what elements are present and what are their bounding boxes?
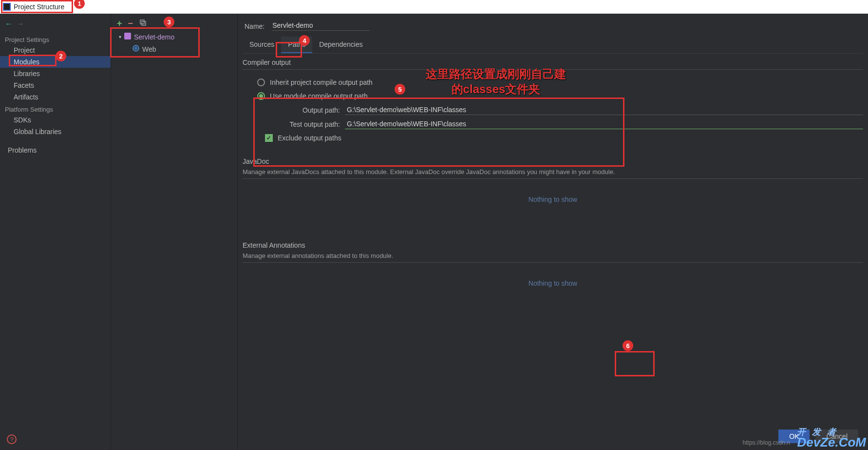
tab-dependencies[interactable]: Dependencies: [312, 37, 370, 53]
nav-libraries[interactable]: Libraries: [0, 68, 111, 79]
output-path-label: Output path:: [272, 106, 340, 114]
divider: [243, 69, 863, 70]
watermark-logo: 开 发 者 DevZe.CoM: [797, 426, 866, 450]
exclude-checkbox[interactable]: ✓: [265, 134, 273, 142]
nav-artifacts[interactable]: Artifacts: [0, 91, 111, 103]
window-title: Project Structure: [14, 3, 64, 11]
nav-global-libraries[interactable]: Global Libraries: [0, 126, 111, 137]
svg-rect-1: [4, 4, 10, 10]
javadoc-nothing: Nothing to show: [243, 196, 863, 203]
module-tree-item[interactable]: ▾ Servlet-demo: [111, 31, 237, 43]
web-icon: [132, 45, 139, 53]
inherit-radio[interactable]: [257, 78, 265, 86]
svg-rect-2: [140, 20, 144, 24]
test-output-path-input[interactable]: G:\Servlet-demo\web\WEB-INF\classes: [345, 119, 863, 129]
back-button[interactable]: ←: [5, 20, 13, 28]
divider: [243, 262, 863, 263]
module-icon: [124, 33, 131, 41]
javadoc-title: JavaDoc: [243, 157, 863, 165]
exclude-checkbox-label: Exclude output paths: [278, 134, 341, 142]
use-module-radio[interactable]: [257, 92, 265, 100]
add-module-button[interactable]: +: [117, 19, 122, 29]
web-label: Web: [142, 45, 156, 53]
help-icon[interactable]: ?: [7, 434, 17, 444]
divider: [243, 178, 863, 179]
module-tree-pane: + − ▾ Servlet-demo Web: [111, 14, 238, 450]
nav-project[interactable]: Project: [0, 44, 111, 56]
svg-rect-4: [124, 33, 131, 39]
nav-problems[interactable]: Problems: [0, 144, 111, 156]
module-label: Servlet-demo: [134, 33, 174, 41]
name-label: Name:: [245, 22, 264, 30]
chevron-down-icon: ▾: [119, 34, 121, 39]
external-nothing: Nothing to show: [243, 279, 863, 287]
compiler-output-title: Compiler output: [243, 59, 863, 66]
use-module-radio-label: Use module compile output path: [270, 92, 368, 100]
tab-sources[interactable]: Sources: [243, 37, 281, 53]
svg-rect-3: [142, 21, 146, 25]
copy-module-button[interactable]: [139, 19, 147, 29]
module-name-input[interactable]: Servlet-demo: [272, 21, 370, 31]
forward-button[interactable]: →: [17, 20, 24, 28]
tab-paths[interactable]: Paths: [281, 37, 312, 53]
project-settings-heading: Project Settings: [0, 33, 111, 44]
left-sidebar: ← → Project Settings Project Modules Lib…: [0, 14, 111, 450]
platform-settings-heading: Platform Settings: [0, 103, 111, 114]
remove-module-button[interactable]: −: [128, 19, 133, 29]
nav-sdks[interactable]: SDKs: [0, 114, 111, 126]
nav-modules[interactable]: Modules: [0, 56, 111, 68]
web-tree-item[interactable]: Web: [111, 43, 237, 55]
output-path-input[interactable]: G:\Servlet-demo\web\WEB-INF\classes: [345, 105, 863, 115]
inherit-radio-label: Inherit project compile output path: [270, 78, 373, 86]
content-pane: Name: Servlet-demo Sources Paths Depende…: [238, 14, 868, 450]
javadoc-desc: Manage external JavaDocs attached to thi…: [243, 168, 863, 176]
external-desc: Manage external annotations attached to …: [243, 252, 863, 259]
tabs: Sources Paths Dependencies: [243, 37, 863, 54]
nav-facets[interactable]: Facets: [0, 79, 111, 91]
test-output-path-label: Test output path:: [272, 120, 340, 128]
watermark-url: https://blog.csdn.n: [743, 439, 790, 446]
app-icon: [3, 3, 11, 11]
titlebar: Project Structure: [0, 0, 868, 14]
external-title: External Annotations: [243, 241, 863, 249]
